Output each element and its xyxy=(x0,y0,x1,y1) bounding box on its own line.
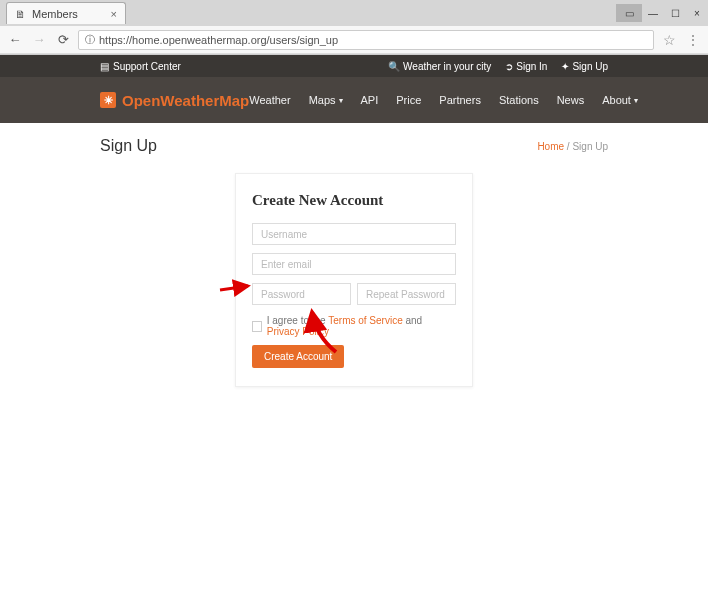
bookmark-icon[interactable]: ☆ xyxy=(660,32,678,48)
reload-button[interactable]: ⟳ xyxy=(54,31,72,49)
page-header: Sign Up Home / Sign Up xyxy=(100,137,608,155)
form-title: Create New Account xyxy=(252,192,456,209)
nav-news[interactable]: News xyxy=(557,94,585,106)
navbar: ✳ OpenWeatherMap Weather Maps▾ API Price… xyxy=(0,77,708,123)
search-icon: 🔍 xyxy=(388,61,400,72)
breadcrumb: Home / Sign Up xyxy=(537,141,608,152)
nav-maps-label: Maps xyxy=(309,94,336,106)
agree-checkbox[interactable] xyxy=(252,321,262,332)
nav-links: Weather Maps▾ API Price Partners Station… xyxy=(249,94,638,106)
info-icon: ⓘ xyxy=(85,33,95,47)
signup-icon: ✦ xyxy=(561,61,569,72)
chevron-down-icon: ▾ xyxy=(339,96,343,105)
signup-link[interactable]: ✦Sign Up xyxy=(561,61,608,72)
support-label: Support Center xyxy=(113,61,181,72)
url-text: https://home.openweathermap.org/users/si… xyxy=(99,34,338,46)
content-area: Sign Up Home / Sign Up Create New Accoun… xyxy=(0,123,708,401)
nav-stations[interactable]: Stations xyxy=(499,94,539,106)
forward-button[interactable]: → xyxy=(30,31,48,49)
signin-icon: ➲ xyxy=(505,61,513,72)
signin-label: Sign In xyxy=(516,61,547,72)
minimize-button[interactable]: — xyxy=(642,4,664,22)
window-controls: ▭ — ☐ × xyxy=(616,4,708,22)
agree-row: I agree to the Terms of Service and Priv… xyxy=(252,315,456,337)
signup-form: Create New Account I agree to the Terms … xyxy=(235,173,473,387)
tab-bar: 🗎 Members × ▭ — ☐ × xyxy=(0,0,708,26)
weather-search-link[interactable]: 🔍Weather in your city xyxy=(388,61,491,72)
back-button[interactable]: ← xyxy=(6,31,24,49)
support-link[interactable]: ▤ Support Center xyxy=(100,61,181,72)
close-window-button[interactable]: × xyxy=(686,4,708,22)
logo[interactable]: ✳ OpenWeatherMap xyxy=(100,92,249,109)
browser-chrome: 🗎 Members × ▭ — ☐ × ← → ⟳ ⓘ https://home… xyxy=(0,0,708,55)
nav-about-label: About xyxy=(602,94,631,106)
breadcrumb-home[interactable]: Home xyxy=(537,141,564,152)
topbar: ▤ Support Center 🔍Weather in your city ➲… xyxy=(0,55,708,77)
repeat-password-input[interactable] xyxy=(357,283,456,305)
username-input[interactable] xyxy=(252,223,456,245)
page-content: ▤ Support Center 🔍Weather in your city ➲… xyxy=(0,55,708,401)
nav-about[interactable]: About▾ xyxy=(602,94,638,106)
chat-icon: ▤ xyxy=(100,61,109,72)
logo-icon: ✳ xyxy=(100,92,116,108)
account-icon[interactable]: ▭ xyxy=(616,4,642,22)
weather-label: Weather in your city xyxy=(403,61,491,72)
nav-partners[interactable]: Partners xyxy=(439,94,481,106)
agree-and: and xyxy=(403,315,422,326)
page-title: Sign Up xyxy=(100,137,157,155)
nav-api[interactable]: API xyxy=(361,94,379,106)
address-bar: ← → ⟳ ⓘ https://home.openweathermap.org/… xyxy=(0,26,708,54)
signup-label: Sign Up xyxy=(572,61,608,72)
close-tab-icon[interactable]: × xyxy=(111,8,117,20)
tos-link[interactable]: Terms of Service xyxy=(328,315,402,326)
menu-icon[interactable]: ⋮ xyxy=(684,32,702,48)
email-input[interactable] xyxy=(252,253,456,275)
browser-tab[interactable]: 🗎 Members × xyxy=(6,2,126,24)
tab-title: Members xyxy=(32,8,78,20)
page-icon: 🗎 xyxy=(15,8,26,20)
nav-weather[interactable]: Weather xyxy=(249,94,290,106)
breadcrumb-current: Sign Up xyxy=(572,141,608,152)
privacy-link[interactable]: Privacy Policy xyxy=(267,326,329,337)
chevron-down-icon: ▾ xyxy=(634,96,638,105)
agree-text: I agree to the Terms of Service and Priv… xyxy=(267,315,456,337)
create-account-button[interactable]: Create Account xyxy=(252,345,344,368)
password-input[interactable] xyxy=(252,283,351,305)
signin-link[interactable]: ➲Sign In xyxy=(505,61,547,72)
nav-price[interactable]: Price xyxy=(396,94,421,106)
logo-text: OpenWeatherMap xyxy=(122,92,249,109)
maximize-button[interactable]: ☐ xyxy=(664,4,686,22)
nav-maps[interactable]: Maps▾ xyxy=(309,94,343,106)
agree-prefix: I agree to the xyxy=(267,315,329,326)
url-field[interactable]: ⓘ https://home.openweathermap.org/users/… xyxy=(78,30,654,50)
